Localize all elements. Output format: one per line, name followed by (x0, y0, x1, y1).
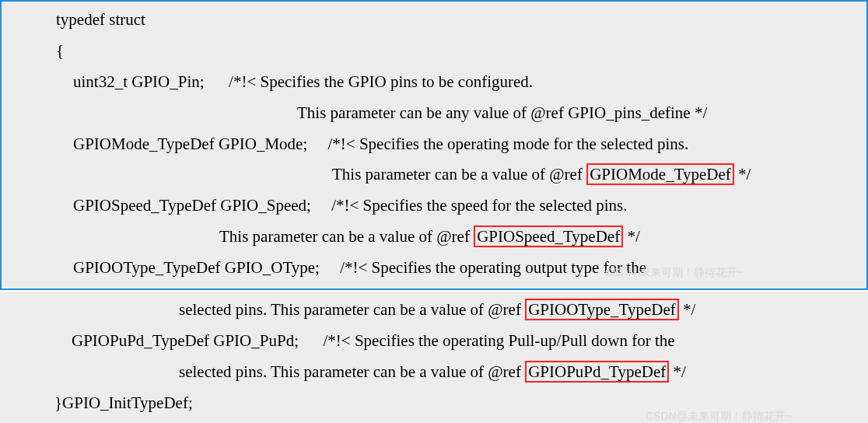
code-line: GPIOSpeed_TypeDef GPIO_Speed; /*!< Speci… (2, 191, 866, 222)
comment-close: */ (734, 165, 751, 184)
comment-text: This parameter can be a value of @ref (332, 165, 586, 184)
code-comment: This parameter can be a value of @ref GP… (2, 159, 866, 191)
type-reference-gpiopupd: GPIOPuPd_TypeDef (525, 361, 669, 383)
code-line: GPIOOType_TypeDef GPIO_OType; /*!< Speci… (2, 253, 866, 284)
comment-close: */ (669, 362, 686, 381)
type-reference-gpiootype: GPIOOType_TypeDef (525, 299, 679, 320)
code-comment: This parameter can be a value of @ref GP… (2, 222, 866, 253)
type-reference-gpiomode: GPIOMode_TypeDef (586, 163, 734, 185)
code-comment: selected pins. This parameter can be a v… (0, 357, 868, 388)
code-line: { (2, 36, 866, 67)
code-line: typedef struct (2, 5, 866, 36)
type-reference-gpiospeed: GPIOSpeed_TypeDef (474, 225, 623, 247)
comment-text: selected pins. This parameter can be a v… (179, 300, 525, 319)
comment-text: selected pins. This parameter can be a v… (179, 362, 525, 381)
comment-close: */ (679, 300, 696, 319)
comment-text: This parameter can be a value of @ref (219, 227, 474, 246)
document-root: typedef struct { uint32_t GPIO_Pin; /*!<… (0, 0, 868, 423)
code-comment: selected pins. This parameter can be a v… (0, 295, 868, 326)
comment-close: */ (623, 227, 640, 246)
code-line: GPIOPuPd_TypeDef GPIO_PuPd; /*!< Specifi… (0, 326, 868, 357)
highlighted-code-box: typedef struct { uint32_t GPIO_Pin; /*!<… (0, 0, 868, 290)
code-box-lower: selected pins. This parameter can be a v… (0, 292, 868, 423)
code-line: uint32_t GPIO_Pin; /*!< Specifies the GP… (2, 67, 866, 98)
code-line: GPIOMode_TypeDef GPIO_Mode; /*!< Specifi… (2, 129, 866, 160)
code-line: }GPIO_InitTypeDef; (0, 388, 868, 419)
code-comment: This parameter can be any value of @ref … (2, 98, 866, 129)
